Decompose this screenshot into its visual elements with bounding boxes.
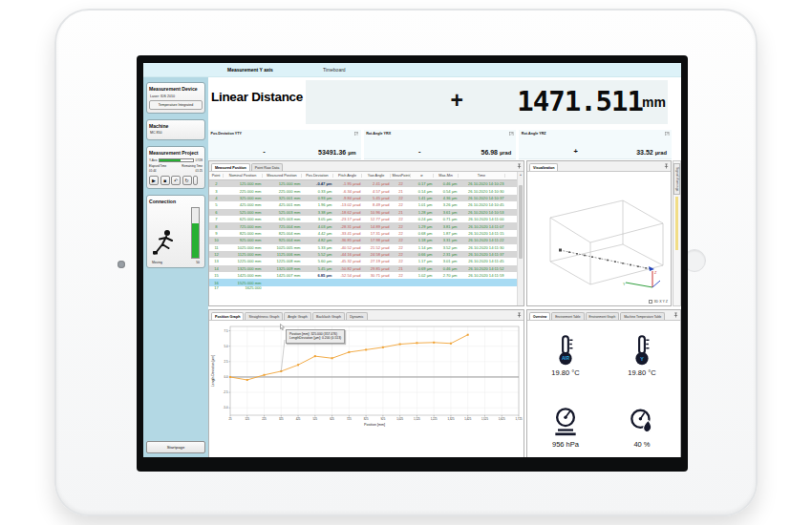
undo-button[interactable]: ↶ <box>171 176 181 185</box>
screen: Measurement Y axis Timeboard Measurement… <box>137 55 688 472</box>
svg-text:-2.5: -2.5 <box>224 390 228 394</box>
tab-measurement-y-axis[interactable]: Measurement Y axis <box>227 67 273 73</box>
table-row[interactable]: 2125.000 mm125.000 mm-0.47 µm-1.95 µrad2… <box>209 180 517 187</box>
table-row[interactable]: 171625.000 <box>209 286 517 290</box>
tab-dynamic[interactable]: Dynamic <box>346 312 367 320</box>
play-button[interactable]: ▶ <box>149 176 159 185</box>
tab-measured-position[interactable]: Measured Position <box>211 163 250 171</box>
table-row[interactable]: 5425.000 mm425.001 mm1.96 µm-13.02 µrad8… <box>209 201 517 208</box>
svg-text:-5.0: -5.0 <box>224 406 228 410</box>
table-row[interactable]: 4325.000 mm325.001 mm0.93 µm-9.84 µrad5.… <box>209 195 517 201</box>
signal-value: 50 <box>196 261 200 264</box>
pin-icon[interactable] <box>517 163 522 169</box>
column-header[interactable]: Point <box>209 174 224 178</box>
column-header[interactable]: σ <box>411 174 434 178</box>
tab-machine-temperature-table[interactable]: Machine Temperature Table <box>620 312 665 320</box>
machine-card-title: Machine <box>149 123 203 129</box>
table-row[interactable]: 9825.000 mm825.004 mm4.42 µm-33.41 µrad1… <box>209 230 517 237</box>
tab-angle-graph[interactable]: Angle Graph <box>284 312 311 320</box>
table-row[interactable]: 10925.000 mm925.004 mm4.82 µm-36.85 µrad… <box>209 237 517 243</box>
refresh-button[interactable]: ↻ <box>182 176 192 185</box>
air-temperature-value: 19.80 °C <box>551 368 579 377</box>
popout-icon[interactable] <box>354 132 359 136</box>
table-row[interactable]: 8725.000 mm725.004 mm4.03 µm-28.31 µrad1… <box>209 222 517 229</box>
metric-rot-angle-yrx: Rot.Angle YRX - 56.98 µrad <box>364 130 517 159</box>
startpage-button[interactable]: Startpage <box>146 441 205 453</box>
top-tab-bar: Measurement Y axis Timeboard <box>143 63 681 77</box>
checkbox-icon[interactable] <box>649 300 652 304</box>
metric-label: Rot.Angle YRX <box>366 132 391 136</box>
temperature-integrated-button[interactable]: Temperature Integrated <box>149 100 203 110</box>
metric-sign: - <box>418 147 421 156</box>
axis-label: Y-Axis <box>149 158 158 162</box>
table-scrollbar[interactable]: ▲ <box>517 172 524 305</box>
svg-text:625: 625 <box>330 417 334 421</box>
column-header[interactable]: Measured Position <box>263 174 302 178</box>
elapsed-time-value: 01:44 <box>149 169 157 173</box>
laser-label: Laser: IDS 2010 <box>150 94 202 98</box>
svg-text:1,325: 1,325 <box>447 417 454 421</box>
axis-temperature-value: 19.80 °C <box>628 368 655 377</box>
column-header[interactable]: Pos.Deviation <box>302 174 333 178</box>
pressure-gauge-icon <box>553 407 578 437</box>
column-header[interactable]: Time <box>459 174 505 178</box>
viz-3d-checkbox[interactable]: 3D X Y Z <box>649 300 668 304</box>
metric-unit: µrad <box>500 150 511 156</box>
stop-button[interactable]: ■ <box>160 176 170 185</box>
column-header[interactable]: MeasPoints <box>391 174 411 178</box>
table-row[interactable]: 121125.000 mm1125.006 mm5.52 µm-44.16 µr… <box>209 251 517 258</box>
column-header[interactable]: Max-Min <box>434 174 459 178</box>
mouse-cursor-icon <box>280 324 285 330</box>
progress-count: 17/28 <box>195 158 203 162</box>
visualization-3d-view[interactable]: Y Z 3D X Y Z <box>527 172 671 305</box>
measurement-device-card: Measurement Device Laser: IDS 2010 Tempe… <box>146 82 205 114</box>
machine-card: Machine MC 850 <box>146 119 205 141</box>
signal-warnings-strip: Signal Warnings <box>673 160 681 306</box>
remaining-time-value: 01:25 <box>195 169 203 173</box>
position-chart[interactable]: 251252253254255256257258259251,0251,1251… <box>209 321 524 452</box>
popout-icon[interactable] <box>665 132 670 136</box>
tab-point-raw-data[interactable]: Point Raw Data <box>251 163 284 171</box>
pin-icon[interactable] <box>664 163 669 169</box>
svg-text:925: 925 <box>381 417 386 421</box>
metric-unit: µm <box>348 150 356 156</box>
svg-text:1,425: 1,425 <box>464 417 471 421</box>
column-header[interactable]: Pitch Angle <box>333 174 362 178</box>
tab-environment-graph[interactable]: Environment Graph <box>586 312 620 320</box>
table-row[interactable]: 111025.000 mm1025.005 mm5.33 µm-40.52 µr… <box>209 244 517 251</box>
value-unit: mm <box>642 94 666 110</box>
column-header[interactable]: Yaw Angle <box>362 174 391 178</box>
more-button[interactable] <box>193 176 198 185</box>
tab-overview[interactable]: Overview <box>529 312 550 320</box>
tooltip-deviation-line: LengthDeviation [µm]: 0.200 (0.513) <box>289 336 341 341</box>
measured-position-panel: Measured Position Point Raw Data PointNo… <box>208 160 524 306</box>
svg-text:125: 125 <box>245 417 249 421</box>
svg-text:Position [mm]: Position [mm] <box>364 423 385 427</box>
pressure-value: 956 hPa <box>552 440 579 449</box>
table-row[interactable]: 3225.000 mm225.000 mm0.33 µm-6.34 µrad4.… <box>209 187 517 194</box>
table-row[interactable]: 151425.000 mm1425.007 mm6.85 µm-52.54 µr… <box>209 272 517 279</box>
metric-value: 56.98 <box>481 149 498 156</box>
table-row[interactable]: 131225.000 mm1225.008 mm5.60 µm-45.32 µr… <box>209 258 517 264</box>
tab-straightness-graph[interactable]: Straightness Graph <box>245 312 283 320</box>
tab-position-graph[interactable]: Position Graph <box>211 312 244 320</box>
table-row[interactable]: 6525.000 mm525.003 mm3.38 µm-18.62 µrad1… <box>209 209 517 216</box>
table-row[interactable]: 7625.000 mm625.003 mm3.05 µm-23.17 µrad1… <box>209 216 517 222</box>
tab-backlash-graph[interactable]: Backlash Graph <box>312 312 345 320</box>
table-row[interactable]: 141325.000 mm1325.009 mm5.45 µm-50.82 µr… <box>209 265 517 272</box>
column-header[interactable]: Nominal Position <box>224 174 263 178</box>
table-row[interactable]: 161525.000 mm <box>209 279 517 285</box>
page-title: Linear Distance <box>211 90 303 104</box>
tab-visualization[interactable]: Visualization <box>529 163 558 171</box>
svg-text:25: 25 <box>228 417 232 421</box>
popout-icon[interactable] <box>509 132 514 136</box>
svg-text:825: 825 <box>364 417 369 421</box>
svg-text:0.0: 0.0 <box>224 375 228 379</box>
measurement-table[interactable]: PointNominal PositionMeasured PositionPo… <box>209 172 517 305</box>
svg-text:1,225: 1,225 <box>431 417 438 421</box>
pin-icon[interactable] <box>673 312 678 318</box>
tab-environment-table[interactable]: Environment Table <box>551 312 584 320</box>
pin-icon[interactable] <box>517 312 522 318</box>
signal-warnings-tab[interactable]: Signal Warnings <box>673 163 680 195</box>
tab-timeboard[interactable]: Timeboard <box>323 67 346 73</box>
